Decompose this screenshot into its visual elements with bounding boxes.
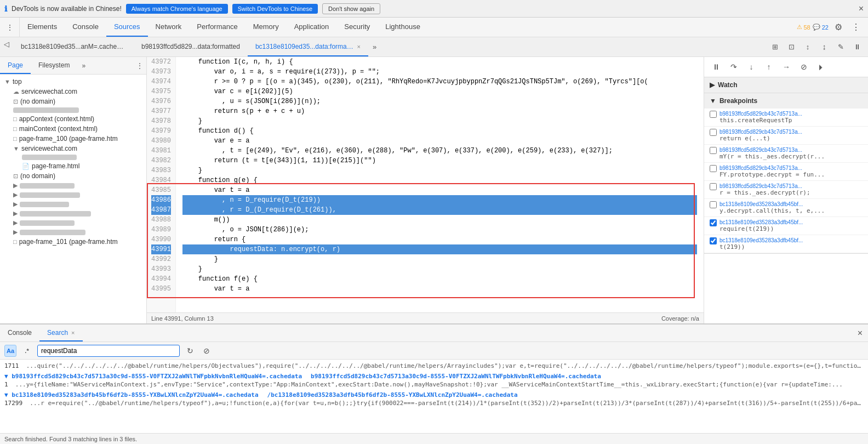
search-result-file-3[interactable]: ▼ bc1318e8109ed35283a3dfb45bf6df2b-8555-…: [4, 391, 864, 399]
breakpoint-checkbox-bp3[interactable]: [710, 147, 717, 154]
more-tools-icon[interactable]: ⋮: [848, 20, 864, 35]
tab-memory[interactable]: Memory: [245, 18, 287, 37]
tree-item-11[interactable]: ▶: [0, 181, 146, 190]
secondary-action-btn-4[interactable]: ✎: [834, 41, 847, 54]
tab-application[interactable]: Application: [287, 18, 337, 37]
tree-item-8[interactable]: [0, 153, 146, 161]
breakpoint-checkbox-bp1[interactable]: [710, 111, 717, 118]
bottom-tab-console[interactable]: Console: [0, 325, 39, 341]
tree-item-6[interactable]: □page-frame_100 (page-frame.htm: [0, 134, 146, 144]
code-line-43986[interactable]: , n = D_require(D_t(219)): [182, 195, 697, 205]
tab-security[interactable]: Security: [336, 18, 378, 37]
step-over-btn[interactable]: ↷: [727, 60, 740, 73]
tree-item-2[interactable]: ⊡(no domain): [0, 96, 146, 106]
code-line-43981[interactable]: , t = [e(249), "Ev", e(216), e(360), e(2…: [182, 146, 697, 156]
breakpoint-checkbox-bp4[interactable]: [710, 165, 717, 172]
secondary-tab-close-tab3[interactable]: ×: [357, 43, 360, 50]
pause-on-exceptions-btn[interactable]: ⏵: [815, 60, 828, 73]
secondary-tabs-back-icon[interactable]: ◁: [0, 37, 13, 50]
tree-item-4[interactable]: □appContext (context.html): [0, 114, 146, 124]
search-result-file-2[interactable]: ▼ b98193ffcd5d829cb43c7d5713a30c9d-8555-…: [4, 372, 864, 380]
info-badge[interactable]: 💬 22: [813, 24, 829, 31]
sidebar-menu-icon[interactable]: ⋮: [133, 57, 146, 74]
bottom-tab-search[interactable]: Search ×: [39, 325, 82, 341]
breakpoint-label-bp8[interactable]: bc1318e8109ed35283a3dfb45bf...t(219)): [710, 237, 803, 251]
tree-item-15[interactable]: ▶: [0, 218, 146, 227]
secondary-tab-tab3[interactable]: bc1318e8109ed35...data:formatted×: [248, 37, 368, 56]
breakpoint-checkbox-bp5[interactable]: [710, 183, 717, 190]
regex-btn[interactable]: .*: [21, 345, 33, 357]
bottom-panel-close[interactable]: ×: [852, 325, 868, 341]
code-line-43992[interactable]: }: [182, 254, 697, 264]
breakpoint-label-bp3[interactable]: b98193ffcd5d829cb43c7d5713a...mY(r = thi…: [710, 147, 825, 160]
warning-badge[interactable]: ⚠ 58: [797, 24, 810, 31]
sidebar-subtab-filesystem[interactable]: Filesystem: [31, 57, 77, 74]
secondary-tabs-more[interactable]: »: [368, 37, 381, 56]
tree-item-13[interactable]: ▶: [0, 200, 146, 209]
code-line-43991[interactable]: requestData: n.encrypt(o, r): [182, 244, 697, 254]
code-line-43983[interactable]: }: [182, 166, 697, 175]
breakpoints-header[interactable]: ▼ Breakpoints: [704, 93, 868, 109]
breakpoint-label-bp4[interactable]: b98193ffcd5d829cb43c7d5713a...FY.prototy…: [710, 165, 825, 178]
breakpoint-checkbox-bp8[interactable]: [710, 237, 717, 244]
code-line-43993[interactable]: }: [182, 264, 697, 274]
sidebar-subtab-more[interactable]: »: [77, 57, 90, 74]
tab-performance[interactable]: Performance: [189, 18, 245, 37]
code-line-43984[interactable]: function g(e) {: [182, 175, 697, 185]
code-content[interactable]: 4397243973439744397543976439774397843979…: [147, 57, 704, 312]
breakpoint-label-bp6[interactable]: bc1318e8109ed35283a3dfb45bf...y.decrypt.…: [710, 201, 825, 214]
breakpoint-checkbox-bp7[interactable]: [710, 219, 717, 226]
match-language-button[interactable]: Always match Chrome's language: [126, 4, 228, 14]
code-line-43978[interactable]: }: [182, 116, 697, 126]
secondary-tab-tab1[interactable]: bc1318e8109ed35...anM=.cachedata: [13, 37, 134, 56]
tree-item-14[interactable]: ▶: [0, 209, 146, 218]
secondary-tab-tab2[interactable]: b98193ffcd5d829...data:formatted: [134, 37, 248, 56]
refresh-search-btn[interactable]: ↻: [184, 345, 196, 357]
tree-item-10[interactable]: ⊡(no domain): [0, 171, 146, 181]
code-line-43994[interactable]: function f(e) {: [182, 274, 697, 284]
secondary-action-btn-1[interactable]: ⊡: [785, 41, 798, 54]
code-lines[interactable]: function I(c, n, h, i) { var o, i = a, s…: [176, 57, 704, 312]
tree-item-9[interactable]: 📄page-frame.html: [0, 161, 146, 171]
tree-item-3[interactable]: [0, 106, 146, 114]
code-line-43979[interactable]: function d() {: [182, 126, 697, 136]
tree-item-16[interactable]: ▶: [0, 227, 146, 237]
code-line-43977[interactable]: return s(p + e + c + u): [182, 106, 697, 116]
code-line-43974[interactable]: r >= 0 ? p = [(o = a)(345), o(230), o(21…: [182, 77, 697, 87]
search-input[interactable]: [37, 345, 180, 357]
settings-icon[interactable]: ⚙: [831, 20, 846, 35]
sidebar-subtab-page[interactable]: Page: [0, 57, 31, 74]
dont-show-button[interactable]: Don't show again: [322, 3, 380, 14]
infobar-close-button[interactable]: ×: [859, 4, 864, 14]
secondary-action-btn-5[interactable]: ⏸: [850, 41, 864, 54]
code-line-43988[interactable]: m()): [182, 215, 697, 225]
search-tab-close[interactable]: ×: [71, 329, 75, 336]
pause-resume-btn[interactable]: ⏸: [710, 60, 723, 73]
code-line-43973[interactable]: var o, i = a, s = require(i(273)), p = "…: [182, 67, 697, 77]
search-result-line-1[interactable]: 1 ...y={fileName:"WAServiceMainContext.j…: [4, 380, 864, 389]
breakpoint-checkbox-bp6[interactable]: [710, 201, 717, 208]
case-sensitive-btn[interactable]: Aa: [4, 345, 16, 357]
code-line-43989[interactable]: , o = JSON[t(286)](e);: [182, 225, 697, 235]
search-result-line-1711[interactable]: 1711 ...quire("../../../../../../@babel/…: [4, 362, 864, 370]
tree-item-0[interactable]: ▼top: [0, 77, 146, 87]
code-line-43995[interactable]: var t = a: [182, 284, 697, 294]
switch-to-chinese-button[interactable]: Switch DevTools to Chinese: [232, 4, 318, 14]
tree-item-12[interactable]: ▶: [0, 190, 146, 200]
deactivate-breakpoints-btn[interactable]: ⊘: [797, 60, 810, 73]
tree-item-5[interactable]: □mainContext (context.html): [0, 124, 146, 134]
tab-console[interactable]: Console: [65, 18, 106, 37]
clear-search-btn[interactable]: ⊘: [201, 345, 213, 357]
step-out-btn[interactable]: ↑: [762, 60, 775, 73]
watch-header[interactable]: ▶ Watch: [704, 77, 868, 93]
secondary-action-btn-0[interactable]: ⊞: [768, 41, 781, 54]
code-line-43990[interactable]: return {: [182, 235, 697, 244]
code-line-43975[interactable]: var c = e[i(202)](5): [182, 87, 697, 96]
code-line-43987[interactable]: , r = D_(D_require(D_t(261)),: [182, 205, 697, 215]
tab-elements[interactable]: Elements: [20, 18, 65, 37]
code-line-43982[interactable]: return (t = t[e(343)](1, 11))[e(215)](""…: [182, 156, 697, 166]
code-line-43976[interactable]: , u = s(JSON[i(286)](n));: [182, 96, 697, 106]
breakpoint-label-bp2[interactable]: b98193ffcd5d829cb43c7d5713a...return e(.…: [710, 129, 802, 142]
tab-lighthouse[interactable]: Lighthouse: [378, 18, 428, 37]
code-line-43980[interactable]: var e = a: [182, 136, 697, 146]
